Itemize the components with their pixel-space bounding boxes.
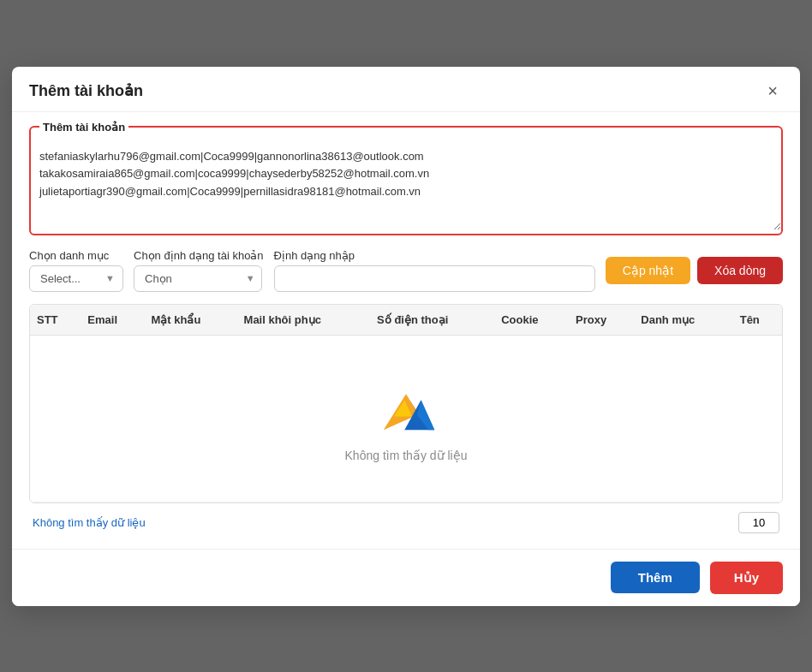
modal-body: Thêm tài khoản Chọn danh mục Select... ▼ (12, 112, 800, 549)
xoa-dong-button[interactable]: Xóa dòng (697, 257, 783, 284)
cap-nhat-button[interactable]: Cập nhật (606, 257, 690, 284)
table-footer: Không tìm thấy dữ liệu (29, 503, 783, 535)
data-table-container: STT Email Mật khẩu Mail khôi phục Số điệ… (29, 304, 783, 503)
modal-footer: Thêm Hủy (12, 549, 800, 606)
data-table: STT Email Mật khẩu Mail khôi phục Số điệ… (30, 305, 782, 503)
chon-danh-muc-group: Chọn danh mục Select... ▼ (29, 249, 123, 292)
dinh-dang-nhap-input[interactable] (274, 265, 595, 292)
chon-dinh-dang-label: Chọn định dạng tài khoản (134, 249, 264, 262)
col-mail-khoiphuc: Mail khôi phục (237, 305, 371, 336)
close-button[interactable]: × (762, 80, 783, 101)
col-danh-muc: Danh mục (634, 305, 732, 336)
dinh-dang-nhap-label: Định dạng nhập (274, 249, 595, 262)
col-matkhau: Mật khẩu (144, 305, 236, 336)
modal-overlay: Thêm tài khoản × Thêm tài khoản Chọn dan… (0, 0, 812, 672)
empty-state-row: Không tìm thấy dữ liệu (30, 335, 782, 502)
chon-dinh-dang-group: Chọn định dạng tài khoản Chọn ▼ (134, 249, 264, 292)
huy-button[interactable]: Hủy (710, 562, 783, 594)
col-stt: STT (30, 305, 81, 336)
chon-danh-muc-select[interactable]: Select... (29, 265, 123, 292)
empty-state-cell: Không tìm thấy dữ liệu (30, 335, 782, 502)
them-button[interactable]: Thêm (611, 562, 700, 593)
textarea-label: Thêm tài khoản (39, 120, 128, 133)
action-buttons-group: Cập nhật Xóa dòng (606, 257, 783, 284)
table-body: Không tìm thấy dữ liệu (30, 335, 782, 502)
table-header-row: STT Email Mật khẩu Mail khôi phục Số điệ… (30, 305, 782, 336)
col-proxy: Proxy (569, 305, 634, 336)
modal-header: Thêm tài khoản × (12, 67, 800, 112)
empty-state-text: Không tìm thấy dữ liệu (345, 449, 468, 462)
chon-danh-muc-wrapper: Select... ▼ (29, 265, 123, 292)
col-email: Email (81, 305, 144, 336)
empty-state: Không tìm thấy dữ liệu (37, 344, 775, 493)
chon-danh-muc-label: Chọn danh mục (29, 249, 123, 262)
page-size-input[interactable] (738, 512, 779, 533)
col-ten: Tên (733, 305, 782, 336)
footer-status-text: Không tìm thấy dữ liệu (33, 516, 146, 529)
chon-dinh-dang-wrapper: Chọn ▼ (134, 265, 264, 292)
col-cookie: Cookie (494, 305, 569, 336)
modal-dialog: Thêm tài khoản × Thêm tài khoản Chọn dan… (12, 67, 800, 606)
col-so-dien-thoai: Số điện thoại (370, 305, 494, 336)
modal-title: Thêm tài khoản (29, 81, 143, 100)
chon-dinh-dang-select[interactable]: Chọn (134, 265, 262, 292)
textarea-section: Thêm tài khoản (29, 126, 783, 235)
dinh-dang-nhap-group: Định dạng nhập (274, 249, 595, 292)
empty-state-icon (376, 385, 436, 437)
table-header: STT Email Mật khẩu Mail khôi phục Số điệ… (30, 305, 782, 336)
account-textarea[interactable] (31, 128, 781, 230)
controls-row: Chọn danh mục Select... ▼ Chọn định dạng… (29, 249, 783, 292)
